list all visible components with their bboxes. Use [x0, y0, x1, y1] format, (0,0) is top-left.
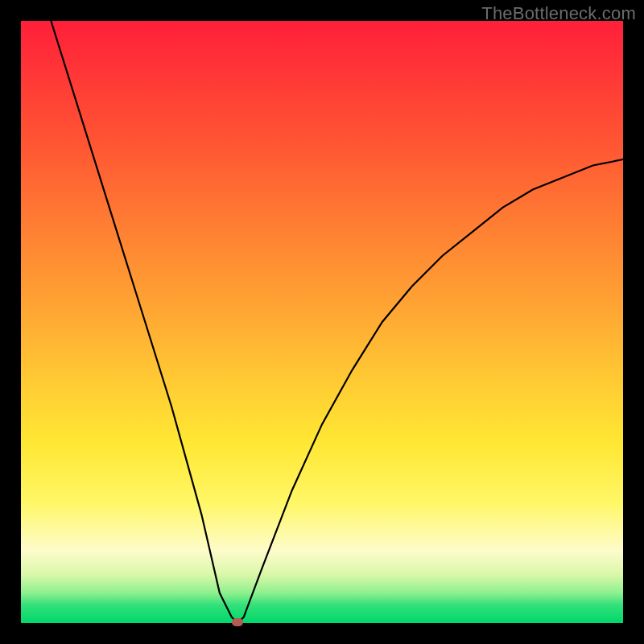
min-marker [232, 618, 243, 626]
curve-svg [21, 21, 623, 623]
chart-frame: TheBottleneck.com [0, 0, 644, 644]
plot-area [21, 21, 623, 623]
bottleneck-curve [51, 21, 623, 623]
watermark-text: TheBottleneck.com [481, 3, 636, 24]
